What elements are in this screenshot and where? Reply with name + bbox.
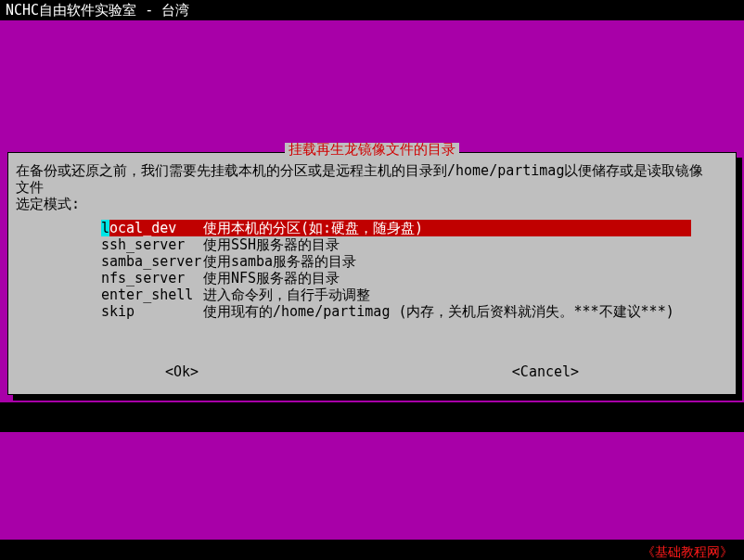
menu-item-ssh-server[interactable]: ssh_server使用SSH服务器的目录 [101, 236, 728, 253]
intro-text: 在备份或还原之前，我们需要先挂载本机的分区或是远程主机的目录到/home/par… [16, 162, 728, 179]
watermark: 《基础教程网》 [642, 545, 733, 558]
menu-item-skip[interactable]: skip使用现有的/home/partimag (内存，关机后资料就消失。***… [101, 303, 728, 320]
window-title: NCHC自由软件实验室 - 台湾 [0, 0, 744, 20]
intro-text: 选定模式: [16, 196, 728, 212]
menu-item-samba-server[interactable]: samba_server使用samba服务器的目录 [101, 253, 728, 270]
ok-button[interactable]: <Ok> [163, 365, 200, 379]
bottom-bar [0, 540, 744, 560]
intro-text: 文件 [16, 179, 728, 196]
shadow-bar [0, 402, 744, 432]
menu-item-nfs-server[interactable]: nfs_server使用NFS服务器的目录 [101, 270, 728, 286]
menu-item-enter-shell[interactable]: enter_shell进入命令列，自行手动调整 [101, 286, 728, 303]
dialog-title: 挂载再生龙镜像文件的目录 [285, 143, 459, 157]
cancel-button[interactable]: <Cancel> [510, 365, 581, 379]
mode-menu: local_dev使用本机的分区(如:硬盘，随身盘) ssh_server使用S… [101, 220, 728, 320]
menu-item-local-dev[interactable]: local_dev使用本机的分区(如:硬盘，随身盘) [101, 220, 691, 236]
mount-dialog: 挂载再生龙镜像文件的目录 在备份或还原之前，我们需要先挂载本机的分区或是远程主机… [7, 152, 737, 395]
